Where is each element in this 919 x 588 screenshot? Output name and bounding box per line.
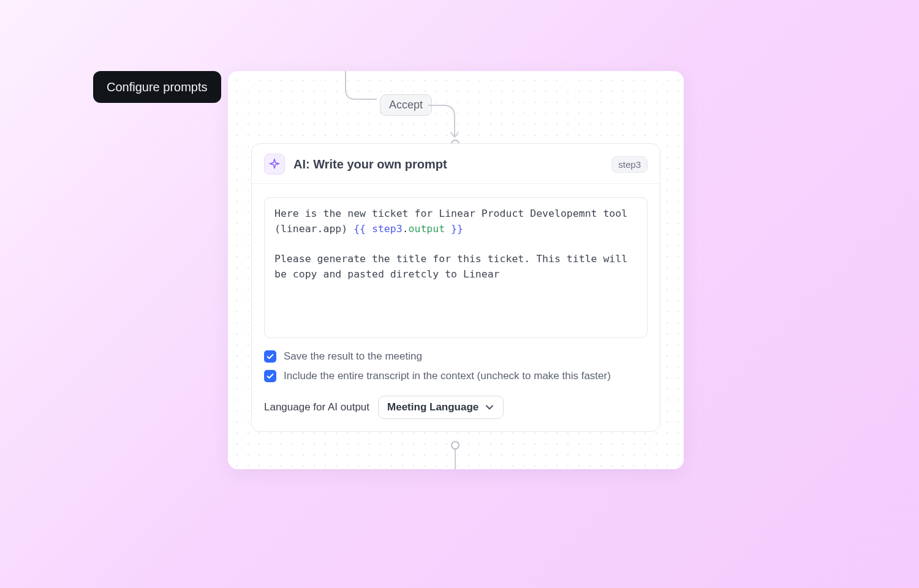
card-output-port[interactable] bbox=[451, 441, 460, 450]
chevron-down-icon bbox=[485, 402, 494, 412]
configure-prompts-label: Configure prompts bbox=[93, 71, 221, 103]
sparkle-icon bbox=[264, 154, 285, 175]
save-result-label: Save the result to the meeting bbox=[284, 350, 422, 363]
card-header: AI: Write your own prompt step3 bbox=[252, 144, 660, 184]
include-transcript-checkbox[interactable] bbox=[264, 370, 276, 382]
template-brace-open: {{ bbox=[354, 223, 372, 235]
ai-prompt-card: AI: Write your own prompt step3 Here is … bbox=[251, 143, 660, 432]
workflow-canvas: Accept AI: Write your own prompt step3 H… bbox=[228, 71, 684, 469]
language-select-value: Meeting Language bbox=[387, 401, 478, 413]
template-var-dot: . bbox=[403, 223, 409, 235]
template-var-step: step3 bbox=[372, 223, 403, 235]
connector-bottom bbox=[455, 450, 456, 469]
include-transcript-row: Include the entire transcript in the con… bbox=[264, 370, 648, 382]
card-title: AI: Write your own prompt bbox=[293, 157, 603, 172]
template-var-output: output bbox=[409, 223, 445, 235]
language-select[interactable]: Meeting Language bbox=[378, 396, 504, 419]
save-result-row: Save the result to the meeting bbox=[264, 350, 648, 363]
language-row: Language for AI output Meeting Language bbox=[264, 396, 648, 419]
save-result-checkbox[interactable] bbox=[264, 350, 276, 363]
card-body: Here is the new ticket for Linear Produc… bbox=[252, 184, 660, 431]
prompt-textarea[interactable]: Here is the new ticket for Linear Produc… bbox=[264, 197, 648, 338]
step-badge: step3 bbox=[611, 156, 648, 173]
accept-node[interactable]: Accept bbox=[380, 94, 432, 116]
prompt-text-2: Please generate the title for this ticke… bbox=[274, 253, 633, 280]
connector-mid bbox=[428, 102, 461, 145]
include-transcript-label: Include the entire transcript in the con… bbox=[284, 370, 611, 382]
template-brace-close: }} bbox=[445, 223, 463, 235]
language-label: Language for AI output bbox=[264, 401, 369, 413]
